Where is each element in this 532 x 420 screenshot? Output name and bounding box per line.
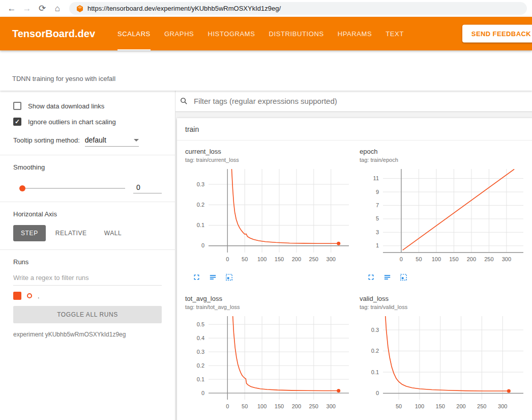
svg-text:0.1: 0.1	[197, 222, 204, 228]
svg-text:200: 200	[456, 403, 465, 409]
group-label-train[interactable]: train	[177, 118, 532, 141]
main-panel: train current_loss tag: train/current_lo…	[175, 91, 532, 420]
toggle-all-runs-button[interactable]: TOGGLE ALL RUNS	[13, 306, 162, 323]
svg-text:250: 250	[309, 256, 318, 262]
chart-toolbar	[192, 273, 354, 282]
tooltip-sorting-select[interactable]: default	[85, 136, 139, 147]
svg-text:250: 250	[484, 256, 493, 262]
address-bar[interactable]: https://tensorboard.dev/experiment/yKUbh…	[69, 2, 527, 15]
svg-text:100: 100	[432, 256, 441, 262]
checkbox-checked-icon[interactable]	[13, 118, 21, 126]
svg-text:0.4: 0.4	[197, 335, 204, 341]
svg-text:0.2: 0.2	[197, 202, 204, 208]
tab-distributions[interactable]: DISTRIBUTIONS	[269, 17, 324, 50]
tooltip-sorting-row: Tooltip sorting method: default	[13, 136, 162, 147]
svg-text:7: 7	[376, 202, 379, 208]
svg-text:0.3: 0.3	[197, 349, 204, 355]
chart-valid-loss: valid_loss tag: train/valid_loss 00.10.2…	[360, 295, 529, 420]
chart-title: tot_avg_loss	[185, 295, 354, 302]
step-button[interactable]: STEP	[13, 225, 46, 241]
tensorboard-logo[interactable]: TensorBoard.dev	[12, 28, 95, 40]
tab-text[interactable]: TEXT	[386, 17, 404, 50]
tensorboard-favicon	[76, 5, 83, 12]
svg-text:150: 150	[275, 403, 284, 409]
chart-tag: tag: train/valid_loss	[360, 304, 529, 310]
svg-text:0: 0	[201, 242, 204, 248]
ignore-outliers-label: Ignore outliers in chart scaling	[28, 118, 116, 126]
reload-icon[interactable]: ⟳	[36, 2, 49, 15]
axis-lines-icon[interactable]	[209, 273, 217, 282]
run-color-swatch	[27, 293, 32, 298]
run-checkbox-icon[interactable]	[13, 292, 21, 300]
relative-button[interactable]: RELATIVE	[48, 225, 95, 241]
svg-text:0: 0	[226, 256, 229, 262]
svg-text:0.2: 0.2	[371, 348, 379, 354]
sidebar-divider	[0, 249, 175, 250]
app-header: TensorBoard.dev SCALARS GRAPHS HISTOGRAM…	[0, 17, 532, 50]
run-name: .	[38, 292, 40, 300]
nav-tabs: SCALARS GRAPHS HISTOGRAMS DISTRIBUTIONS …	[117, 17, 404, 50]
checkbox-unchecked-icon[interactable]	[13, 102, 21, 110]
chart-title: current_loss	[185, 148, 354, 155]
show-download-links-row[interactable]: Show data download links	[13, 102, 162, 110]
wall-button[interactable]: WALL	[97, 225, 130, 241]
svg-text:0.1: 0.1	[371, 369, 379, 375]
smoothing-value[interactable]: 0	[133, 183, 162, 193]
home-icon[interactable]: ⌂	[51, 2, 64, 15]
svg-text:200: 200	[292, 256, 301, 262]
fit-domain-icon[interactable]	[399, 273, 408, 282]
svg-text:9: 9	[376, 189, 379, 195]
svg-text:50: 50	[416, 256, 422, 262]
svg-text:100: 100	[257, 256, 267, 262]
svg-text:250: 250	[309, 403, 318, 409]
tab-scalars[interactable]: SCALARS	[117, 17, 151, 50]
tab-graphs[interactable]: GRAPHS	[164, 17, 194, 50]
search-icon	[180, 97, 188, 105]
tab-hparams[interactable]: HPARAMS	[338, 17, 372, 50]
slider-thumb[interactable]	[19, 185, 25, 191]
experiment-title-strip: TDNN training for yesno with icefall	[0, 50, 532, 91]
svg-text:100: 100	[257, 403, 267, 409]
url-text[interactable]: https://tensorboard.dev/experiment/yKUbh…	[87, 5, 281, 12]
chart-toolbar	[367, 273, 529, 282]
svg-text:200: 200	[467, 256, 476, 262]
line-chart[interactable]: 00.10.20.30.40.5050100150200250300	[185, 313, 354, 415]
run-row[interactable]: .	[13, 292, 162, 300]
svg-text:0: 0	[376, 390, 379, 396]
line-chart[interactable]: 1357911050100150200250300	[360, 166, 529, 268]
tag-filter-input[interactable]	[193, 96, 527, 106]
svg-text:0.3: 0.3	[371, 327, 379, 333]
forward-icon[interactable]: →	[20, 2, 34, 15]
fullscreen-icon[interactable]	[192, 273, 201, 282]
fullscreen-icon[interactable]	[367, 273, 375, 282]
svg-text:1: 1	[376, 242, 379, 248]
line-chart[interactable]: 00.10.20.3050100150200250300	[185, 166, 354, 268]
svg-text:200: 200	[292, 403, 301, 409]
svg-text:150: 150	[275, 256, 284, 262]
svg-text:300: 300	[502, 256, 511, 262]
fit-domain-icon[interactable]	[225, 273, 233, 282]
svg-text:150: 150	[449, 256, 458, 262]
back-icon[interactable]: ←	[5, 2, 18, 15]
horizontal-axis-buttons: STEP RELATIVE WALL	[13, 225, 162, 241]
svg-text:0: 0	[226, 403, 229, 409]
chart-current-loss: current_loss tag: train/current_loss 00.…	[185, 148, 354, 282]
svg-text:0: 0	[400, 256, 403, 262]
chart-tag: tag: train/current_loss	[185, 157, 354, 163]
smoothing-slider[interactable]	[19, 188, 125, 189]
axis-lines-icon[interactable]	[383, 273, 392, 282]
line-chart[interactable]: 00.10.20.350100150200250300	[360, 313, 529, 415]
show-download-links-label: Show data download links	[28, 102, 104, 110]
send-feedback-button[interactable]: SEND FEEDBACK	[462, 25, 532, 43]
svg-text:11: 11	[373, 175, 379, 181]
svg-text:250: 250	[477, 403, 486, 409]
svg-text:0.3: 0.3	[197, 181, 204, 187]
chart-title: valid_loss	[360, 295, 529, 302]
tab-histograms[interactable]: HISTOGRAMS	[208, 17, 255, 50]
ignore-outliers-row[interactable]: Ignore outliers in chart scaling	[13, 118, 162, 126]
runs-filter-input[interactable]	[13, 270, 162, 286]
settings-sidebar: Show data download links Ignore outliers…	[0, 91, 175, 420]
smoothing-label: Smoothing	[13, 163, 162, 171]
experiment-title: TDNN training for yesno with icefall	[12, 75, 115, 82]
tooltip-sorting-label: Tooltip sorting method:	[13, 136, 80, 144]
